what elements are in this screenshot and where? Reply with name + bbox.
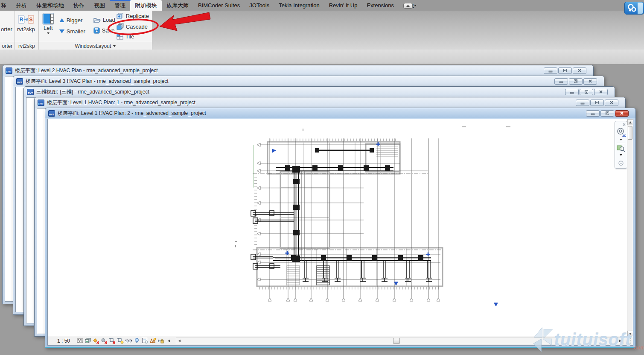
chevron-down-icon[interactable] (620, 139, 622, 141)
navigation-bar[interactable]: 2D (615, 121, 627, 169)
panel-label-text: rvt2skp (18, 43, 35, 49)
tab-revin-it-up[interactable]: Revin' It Up (324, 0, 362, 11)
load-button-label: Load (103, 17, 115, 23)
panel-label-rvt2skp: rvt2skp (15, 42, 38, 50)
smaller-button-label: Smaller (67, 28, 85, 35)
sun-path-icon[interactable] (92, 337, 100, 344)
scroll-right-button[interactable] (617, 338, 623, 344)
navbar-collapse-icon[interactable] (618, 160, 624, 166)
temporary-view-properties-icon[interactable] (141, 337, 149, 344)
chevron-down-icon[interactable] (414, 5, 417, 6)
left-layout-icon (42, 13, 54, 25)
tab-view[interactable]: 视图 (89, 0, 110, 11)
ribbon-minimize-control[interactable] (403, 3, 418, 9)
cloud-button-split[interactable] (638, 3, 643, 14)
view-bar-collapse-icon[interactable] (168, 340, 170, 342)
shadows-icon[interactable] (100, 337, 108, 344)
left-button-label: Left (44, 25, 53, 31)
bigger-icon (59, 18, 64, 22)
chevron-down-icon[interactable] (47, 32, 50, 34)
close-button[interactable] (594, 89, 608, 95)
exporter-button-label: orter (1, 26, 12, 32)
view-control-bar: 1 : 50 (48, 336, 633, 345)
show-crop-region-icon[interactable] (117, 337, 124, 344)
minimize-button[interactable] (576, 100, 589, 106)
temporary-hide-isolate-icon[interactable] (125, 337, 132, 344)
chevron-down-icon[interactable] (620, 154, 622, 156)
minimize-button[interactable] (586, 110, 600, 117)
revit-application: 释 分析 体量和场地 协作 视图 管理 附加模块 族库大师 BIMCoder S… (0, 0, 644, 355)
navbar-close-icon[interactable] (615, 122, 627, 127)
cloud-service-button[interactable] (624, 2, 644, 15)
restore-button[interactable] (580, 89, 593, 95)
close-button[interactable] (573, 67, 586, 74)
bigger-button[interactable]: Bigger (59, 17, 83, 23)
minimize-button[interactable] (554, 78, 568, 85)
tab-annotate-partial[interactable]: 释 (0, 0, 11, 11)
window-titlebar[interactable]: RVT 楼层平面: Level 2 HVAC Plan - rme_advanc… (3, 65, 593, 76)
panel-label-windows-layout[interactable]: WindowsLayout (39, 42, 152, 50)
rvt2skp-button-label: rvt2skp (17, 26, 35, 32)
ribbon-minimize-button[interactable] (403, 3, 413, 9)
replicate-button[interactable]: Replicate (117, 13, 149, 19)
smaller-button[interactable]: Smaller (59, 28, 85, 35)
restore-button[interactable] (569, 78, 583, 85)
exporter-button[interactable]: orter (1, 26, 12, 32)
window-titlebar[interactable]: RVT 楼层平面: Level 1 HVAC Plan: 2 - rme_adv… (45, 108, 635, 118)
tab-massing-site[interactable]: 体量和场地 (32, 0, 69, 11)
window-titlebar[interactable]: RVT 三维视图: {三维} - rme_advanced_sample_pro… (24, 87, 615, 97)
rvt-file-icon: RVT (38, 100, 44, 106)
rvt2skp-button[interactable]: R S rvt2skp (17, 14, 35, 32)
zoom-region-icon[interactable] (616, 144, 626, 153)
tab-analyze[interactable]: 分析 (11, 0, 32, 11)
minimize-button[interactable] (565, 89, 579, 95)
chevron-down-icon (113, 45, 116, 47)
crop-view-icon[interactable] (108, 337, 116, 344)
restore-button[interactable] (590, 100, 604, 106)
analytical-model-icon[interactable] (149, 337, 157, 344)
tab-manage[interactable]: 管理 (110, 0, 130, 11)
detail-level-icon[interactable] (76, 337, 84, 344)
close-button[interactable] (605, 100, 618, 106)
cloud-circles-icon (626, 2, 638, 14)
resize-grip[interactable] (625, 337, 632, 344)
tab-tekla-integration[interactable]: Tekla Integration (274, 0, 324, 11)
window-title: 楼层平面: Level 2 HVAC Plan - rme_advanced_s… (15, 67, 158, 74)
visual-style-icon[interactable] (84, 337, 92, 344)
view-scale[interactable]: 1 : 50 (57, 338, 70, 344)
scroll-up-button[interactable] (627, 119, 633, 125)
horizontal-scroll-thumb[interactable] (393, 338, 400, 344)
panel-rvt2skp: R S rvt2skp rvt2skp (15, 11, 39, 50)
arrow-right-icon (619, 340, 621, 342)
hvac-floor-plan-drawing[interactable] (48, 119, 633, 337)
steering-wheel-2d-icon[interactable]: 2D (616, 127, 626, 138)
close-button[interactable] (583, 78, 597, 85)
minimize-button[interactable] (544, 67, 557, 74)
drawing-area[interactable]: 2D (47, 119, 633, 346)
horizontal-scrollbar[interactable] (176, 337, 624, 344)
tab-jotools[interactable]: JOTools (245, 0, 274, 11)
window-titlebar[interactable]: RVT 楼层平面: Level 3 HVAC Plan - rme_advanc… (13, 76, 604, 86)
tab-extensions[interactable]: Extensions (362, 0, 399, 11)
load-folder-icon (93, 17, 101, 23)
left-button[interactable]: Left (42, 13, 54, 34)
window-titlebar[interactable]: RVT 楼层平面: Level 1 HVAC Plan: 1 - rme_adv… (35, 97, 625, 108)
ribbon-lower-strip (0, 50, 644, 64)
scroll-left-button[interactable] (176, 338, 182, 344)
reveal-constraints-icon[interactable] (157, 337, 165, 344)
window-title: 三维视图: {三维} - rme_advanced_sample_project (36, 88, 149, 96)
vertical-scrollbar[interactable] (627, 119, 633, 337)
rvt-file-icon: RVT (48, 110, 55, 117)
restore-button[interactable] (558, 67, 572, 74)
reveal-hidden-elements-icon[interactable] (133, 337, 140, 344)
mdi-window-level1-plan2-active[interactable]: RVT 楼层平面: Level 1 HVAC Plan: 2 - rme_adv… (45, 108, 636, 348)
window-controls (586, 110, 629, 117)
restore-button[interactable] (600, 110, 614, 117)
chevron-up-icon (406, 5, 410, 7)
tab-collaborate[interactable]: 协作 (69, 0, 89, 11)
vertical-scroll-thumb[interactable] (628, 126, 632, 140)
load-button[interactable]: Load (93, 17, 115, 23)
smaller-icon (59, 29, 64, 33)
close-button[interactable] (615, 110, 629, 117)
window-title: 楼层平面: Level 1 HVAC Plan: 2 - rme_advance… (58, 110, 206, 117)
